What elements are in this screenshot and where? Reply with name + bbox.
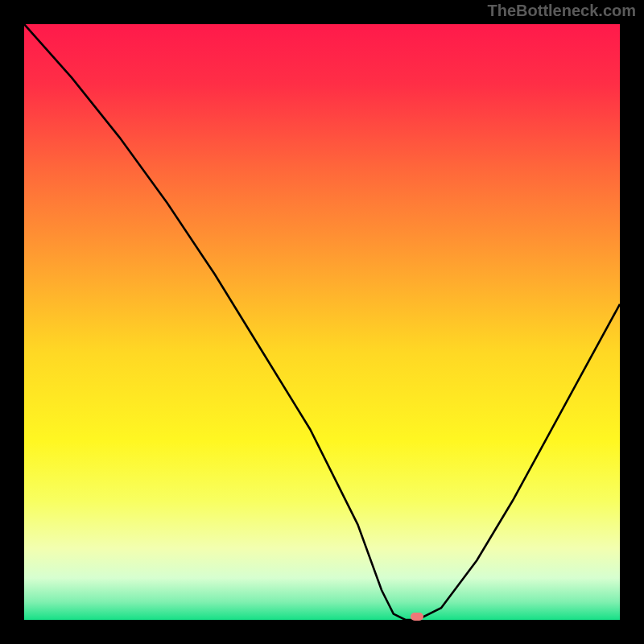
bottleneck-curve — [24, 24, 620, 620]
optimal-marker — [411, 613, 423, 621]
curve-svg — [24, 24, 620, 620]
watermark-text: TheBottleneck.com — [488, 2, 636, 20]
plot-area — [24, 24, 620, 620]
